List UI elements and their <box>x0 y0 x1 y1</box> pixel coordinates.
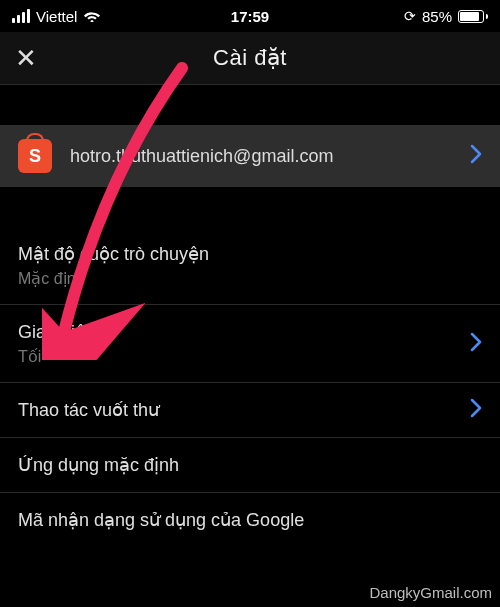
account-row[interactable]: S hotro.thuthuattienich@gmail.com <box>0 125 500 187</box>
row-label: Ứng dụng mặc định <box>18 454 482 476</box>
shopee-icon: S <box>18 139 52 173</box>
battery-icon <box>458 10 488 23</box>
chevron-right-icon <box>470 398 482 422</box>
chevron-right-icon <box>470 144 482 168</box>
row-conversation-density[interactable]: Mật độ cuộc trò chuyện Mặc định <box>0 227 500 304</box>
row-label: Mật độ cuộc trò chuyện <box>18 243 482 265</box>
row-value: Mặc định <box>18 269 482 288</box>
row-label: Mã nhận dạng sử dụng của Google <box>18 509 482 531</box>
carrier-label: Viettel <box>36 8 77 25</box>
rotation-lock-icon: ⟳ <box>404 8 416 24</box>
close-icon[interactable]: ✕ <box>0 32 52 84</box>
row-google-id[interactable]: Mã nhận dạng sử dụng của Google <box>0 493 500 547</box>
row-label: Thao tác vuốt thư <box>18 399 482 421</box>
header: ✕ Cài đặt <box>0 32 500 84</box>
settings-list: Mật độ cuộc trò chuyện Mặc định Giao diệ… <box>0 227 500 547</box>
account-email: hotro.thuthuattienich@gmail.com <box>70 146 452 167</box>
battery-percent: 85% <box>422 8 452 25</box>
row-label: Giao diện <box>18 321 482 343</box>
wifi-icon <box>83 8 101 25</box>
row-default-apps[interactable]: Ứng dụng mặc định <box>0 438 500 492</box>
watermark: DangkyGmail.com <box>369 584 492 601</box>
page-title: Cài đặt <box>213 45 287 71</box>
chevron-right-icon <box>470 332 482 356</box>
status-bar: Viettel 17:59 ⟳ 85% <box>0 0 500 32</box>
cellular-signal-icon <box>12 9 30 23</box>
row-value: Tối <box>18 347 482 366</box>
row-theme[interactable]: Giao diện Tối <box>0 305 500 382</box>
clock: 17:59 <box>231 8 269 25</box>
row-swipe-actions[interactable]: Thao tác vuốt thư <box>0 383 500 437</box>
